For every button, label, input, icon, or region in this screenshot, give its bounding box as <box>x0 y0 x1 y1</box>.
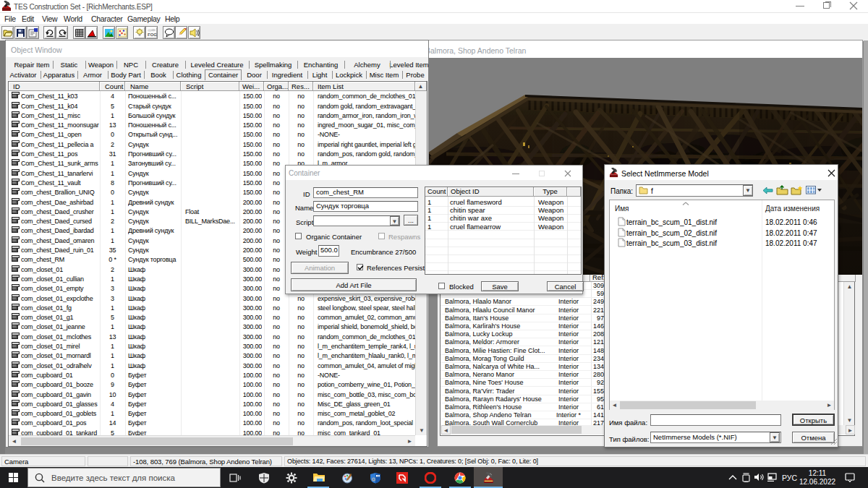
svg-text:FOG: FOG <box>148 33 157 37</box>
